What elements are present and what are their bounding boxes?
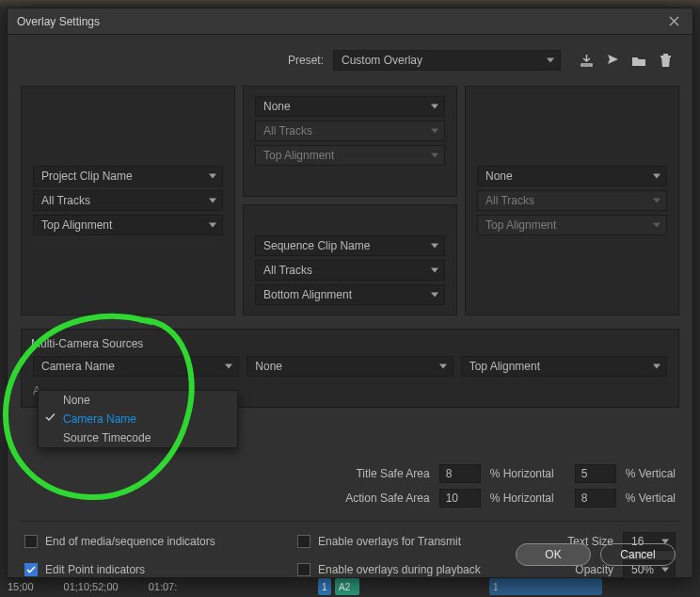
new-preset-button[interactable]: [630, 53, 647, 68]
dropdown-option-source-timecode-label: Source Timecode: [63, 431, 151, 444]
edit-point-label: Edit Point indicators: [45, 563, 145, 576]
close-icon: [669, 16, 679, 26]
backdrop-chip-1: 1: [318, 578, 331, 595]
botcenter-align-value: Bottom Alignment: [263, 288, 352, 301]
left-mode-value: Project Clip Name: [41, 169, 133, 183]
end-of-media-checkbox[interactable]: End of media/sequence indicators: [24, 532, 297, 551]
enable-playback-label: Enable overlays during playback: [318, 563, 481, 576]
check-icon: [45, 412, 56, 426]
divider: [21, 521, 679, 522]
pct-vertical-label-2: % Vertical: [626, 492, 676, 505]
cancel-button[interactable]: Cancel: [600, 543, 676, 566]
backdrop-chip-2: 1: [489, 578, 602, 595]
import-preset-button[interactable]: [578, 53, 595, 68]
overlay-settings-dialog: Overlay Settings Preset: Custom Overlay: [7, 8, 693, 578]
pct-horizontal-label: % Horizontal: [490, 467, 565, 480]
left-tracks-value: All Tracks: [41, 194, 90, 207]
multicam-source-value: Camera Name: [41, 360, 115, 373]
edit-point-checkbox[interactable]: Edit Point indicators: [24, 560, 297, 579]
overlay-panel-top-center: None All Tracks Top Alignment: [243, 86, 457, 197]
multi-camera-header: Multi-Camera Sources: [22, 330, 678, 356]
pct-vertical-label: % Vertical: [626, 467, 676, 480]
dropdown-option-camera-name[interactable]: Camera Name: [39, 410, 237, 428]
pct-horizontal-label-2: % Horizontal: [490, 492, 565, 505]
topcenter-tracks-value: All Tracks: [263, 124, 312, 137]
backdrop-time-a: 15;00: [8, 581, 34, 592]
botcenter-tracks-value: All Tracks: [263, 264, 312, 277]
send-icon: [606, 54, 620, 67]
backdrop-time-c: 01:07:: [149, 581, 178, 592]
left-tracks-select[interactable]: All Tracks: [33, 190, 223, 211]
multicam-display-value: None: [255, 360, 282, 373]
botcenter-mode-select[interactable]: Sequence Clip Name: [255, 235, 445, 256]
multicam-display-select[interactable]: None: [247, 356, 453, 377]
preset-label: Preset:: [8, 54, 324, 67]
multicam-align-select[interactable]: Top Alignment: [461, 356, 667, 377]
enable-transmit-label: Enable overlays for Transmit: [318, 535, 461, 548]
dropdown-option-none[interactable]: None: [39, 391, 237, 410]
right-mode-select[interactable]: None: [477, 166, 667, 186]
topcenter-mode-select[interactable]: None: [255, 96, 445, 117]
folder-icon: [631, 55, 646, 67]
multicam-source-dropdown[interactable]: None Camera Name Source Timecode: [38, 390, 238, 448]
dropdown-option-none-label: None: [63, 394, 90, 407]
preset-select[interactable]: Custom Overlay: [333, 50, 561, 71]
left-mode-select[interactable]: Project Clip Name: [33, 166, 223, 186]
multicam-source-select[interactable]: Camera Name: [33, 356, 239, 377]
right-tracks-select: All Tracks: [477, 190, 667, 211]
end-of-media-label: End of media/sequence indicators: [45, 535, 215, 548]
dropdown-option-camera-name-label: Camera Name: [63, 412, 136, 426]
close-button[interactable]: [660, 12, 687, 31]
overlay-panel-right: None All Tracks Top Alignment: [465, 86, 679, 315]
topcenter-align-value: Top Alignment: [263, 149, 334, 162]
download-icon: [580, 54, 594, 67]
topcenter-mode-value: None: [263, 100, 291, 113]
right-align-value: Top Alignment: [485, 218, 556, 232]
backdrop-chip-a2: A2: [335, 578, 359, 595]
topcenter-tracks-select: All Tracks: [255, 121, 445, 141]
title-safe-row: Title Safe Area 8 % Horizontal 5 % Verti…: [340, 464, 676, 483]
ok-button[interactable]: OK: [516, 543, 591, 566]
dropdown-option-source-timecode[interactable]: Source Timecode: [39, 428, 237, 447]
title-safe-label: Title Safe Area: [340, 467, 430, 480]
botcenter-mode-value: Sequence Clip Name: [263, 239, 370, 252]
backdrop-time-b: 01;10;52;00: [64, 581, 119, 592]
left-align-value: Top Alignment: [41, 218, 112, 232]
left-align-select[interactable]: Top Alignment: [33, 215, 223, 235]
titlebar: Overlay Settings: [8, 8, 692, 35]
preset-value: Custom Overlay: [342, 54, 422, 67]
action-safe-v-input[interactable]: 8: [575, 489, 616, 508]
right-mode-value: None: [485, 169, 513, 183]
botcenter-tracks-select[interactable]: All Tracks: [255, 260, 445, 281]
botcenter-align-select[interactable]: Bottom Alignment: [255, 284, 445, 305]
title-safe-h-input[interactable]: 8: [439, 464, 481, 483]
title-safe-v-input[interactable]: 5: [575, 464, 616, 483]
overlay-panel-left: Project Clip Name All Tracks Top Alignme…: [21, 86, 235, 315]
action-safe-row: Action Safe Area 10 % Horizontal 8 % Ver…: [340, 489, 676, 508]
multicam-align-value: Top Alignment: [469, 360, 540, 373]
dialog-title: Overlay Settings: [17, 15, 660, 28]
right-tracks-value: All Tracks: [485, 194, 534, 207]
trash-icon: [660, 54, 672, 68]
topcenter-align-select: Top Alignment: [255, 145, 445, 166]
right-align-select: Top Alignment: [477, 215, 667, 235]
action-safe-label: Action Safe Area: [340, 492, 430, 505]
export-preset-button[interactable]: [604, 53, 621, 68]
action-safe-h-input[interactable]: 10: [439, 489, 481, 508]
delete-preset-button[interactable]: [657, 53, 674, 68]
overlay-panel-bottom-center: Sequence Clip Name All Tracks Bottom Ali…: [243, 204, 457, 315]
